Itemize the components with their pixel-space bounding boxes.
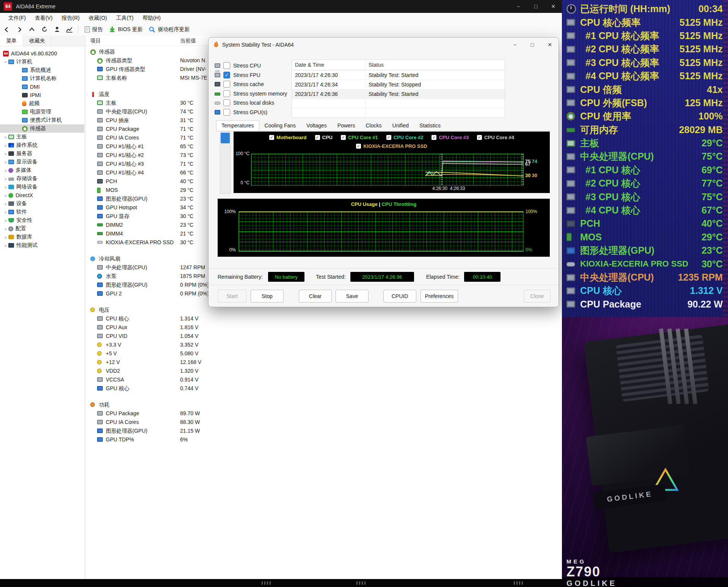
log-col-status[interactable]: Status [366,62,505,68]
tab-Voltages[interactable]: Voltages [301,120,332,131]
tab-Unified[interactable]: Unified [387,120,414,131]
list-item[interactable]: CPU Package89.70 W [86,409,562,418]
expander-icon[interactable]: › [3,218,8,223]
tree-item-电源管理[interactable]: 电源管理 [0,108,84,116]
expander-icon[interactable]: › [3,159,8,165]
save-button[interactable]: Save [336,290,369,303]
tab-Powers[interactable]: Powers [332,120,361,131]
legend-checkbox[interactable]: ✓ [431,135,436,140]
tree-item-软件[interactable]: ›软件 [0,208,84,216]
tab-Temperatures[interactable]: Temperatures [216,120,259,131]
log-col-datetime[interactable]: Date & Time [292,60,366,70]
tree-item-DirectX[interactable]: ›DirectX [0,191,84,199]
cpuid-button[interactable]: CPUID [383,290,416,303]
tree-item-网络设备[interactable]: ›网络设备 [0,183,84,191]
chart-icon[interactable] [64,25,75,35]
tab-Cooling Fans[interactable]: Cooling Fans [259,120,301,131]
stop-button[interactable]: Stop [251,290,284,303]
list-item[interactable]: GPU TDP%6% [86,435,562,444]
menu-item-文件(F)[interactable]: 文件(F) [4,13,30,23]
stress-option-Stress CPU[interactable]: Stress CPU [215,61,290,71]
legend-checkbox[interactable]: ✓ [477,135,482,140]
tree-item-性能测试[interactable]: ›性能测试 [0,241,84,250]
stress-option-Stress system memory[interactable]: Stress system memory [215,89,290,99]
legend-checkbox[interactable]: ✓ [386,135,391,140]
tree-item-安全性[interactable]: ›安全性 [0,216,84,224]
tree-item-IPMI[interactable]: IPMI [0,91,84,99]
graph-scrollbar-thumb[interactable] [221,133,230,143]
log-row[interactable]: 2023/1/17 4:26:30Stability Test: Started [292,70,505,80]
back-icon[interactable] [1,25,13,35]
app-close-button[interactable]: ✕ [544,0,562,13]
log-row[interactable]: 2023/1/17 4:26:34Stability Test: Stopped [292,80,505,89]
tree-item-主板[interactable]: ›主板 [0,133,84,141]
tree-item-computer[interactable]: ›计算机 [0,58,84,66]
list-item[interactable]: VCCSA0.914 V [86,375,562,384]
tree-item-配置[interactable]: ›配置 [0,224,84,233]
expander-icon[interactable]: › [3,209,8,215]
log-row[interactable]: 2023/1/17 4:26:36Stability Test: Started [292,89,505,99]
list-item[interactable]: CPU 核心1.314 V [86,314,562,323]
tab-Statistics[interactable]: Statistics [414,120,446,131]
tree-item-计算机名称[interactable]: 计算机名称 [0,74,84,83]
tree-item-系统概述[interactable]: 系统概述 [0,66,84,74]
clear-button[interactable]: Clear [299,290,332,303]
stress-option-Stress cache[interactable]: Stress cache [215,80,290,89]
checkbox-unchecked[interactable] [223,81,230,88]
preferences-button[interactable]: Preferences [420,290,458,303]
sidebar-tab-收藏夹[interactable]: 收藏夹 [23,36,52,46]
list-item[interactable]: VDD21.320 V [86,367,562,375]
legend-checkbox[interactable]: ✓ [341,135,346,140]
menu-item-帮助(H)[interactable]: 帮助(H) [138,13,165,23]
tree-item-数据库[interactable]: ›数据库 [0,233,84,241]
app-maximize-button[interactable]: □ [527,0,544,13]
expander-icon[interactable]: › [3,143,8,148]
expander-icon[interactable]: › [3,176,8,182]
forward-icon[interactable] [14,25,25,35]
dialog-close-button[interactable]: ✕ [541,38,559,52]
bios-update-button[interactable]: BIOS 更新 [106,26,146,33]
column-item[interactable]: 项目 [90,38,101,44]
expander-icon[interactable]: › [3,134,8,140]
expander-icon[interactable]: › [3,184,8,190]
list-item[interactable]: 图形处理器(GPU)21.15 W [86,427,562,435]
dialog-minimize-button[interactable]: − [506,38,524,52]
list-item[interactable]: +5 V5.080 V [86,349,562,358]
stress-option-Stress local disks[interactable]: Stress local disks [215,98,290,108]
graph-scrollbar[interactable] [220,132,231,194]
stress-option-Stress GPU(s)[interactable]: Stress GPU(s) [215,108,290,117]
tree-item-显示设备[interactable]: ›显示设备 [0,158,84,166]
tree-item-操作系统[interactable]: ›操作系统 [0,141,84,149]
checkbox-checked[interactable]: ✓ [223,72,230,78]
checkbox-unchecked[interactable] [223,99,230,106]
app-minimize-button[interactable]: − [510,0,527,13]
list-item[interactable]: +12 V12.168 V [86,358,562,367]
expander-icon[interactable]: › [3,59,9,64]
checkbox-unchecked[interactable] [223,90,230,97]
menu-item-收藏(O)[interactable]: 收藏(O) [84,13,111,23]
tab-Clocks[interactable]: Clocks [361,120,387,131]
tree-item-服务器[interactable]: ›服务器 [0,149,84,158]
list-item[interactable]: CPU Aux1.816 V [86,323,562,332]
tree-item-超频[interactable]: 超频 [0,99,84,108]
stress-option-Stress FPU[interactable]: ✓Stress FPU [215,71,290,80]
expander-icon[interactable]: › [3,226,8,232]
list-item[interactable]: CPU VID1.054 V [86,332,562,341]
column-value[interactable]: 当前值 [180,38,196,44]
list-item[interactable]: GPU 核心0.744 V [86,384,562,393]
menu-item-查看(V)[interactable]: 查看(V) [30,13,57,23]
legend-checkbox[interactable]: ✓ [356,144,361,149]
tree-item-便携式计算机[interactable]: 便携式计算机 [0,116,84,124]
checkbox-unchecked[interactable] [223,62,230,69]
refresh-icon[interactable] [39,25,50,35]
tree-item-设备[interactable]: ›设备 [0,199,84,208]
user-icon[interactable] [51,25,63,35]
menu-item-工具(T)[interactable]: 工具(T) [111,13,138,23]
expander-icon[interactable]: › [3,151,8,157]
sidebar-tab-菜单[interactable]: 菜单 [0,36,23,46]
tree-item-root[interactable]: 64AIDA64 v6.80.6200 [0,49,84,58]
report-button[interactable]: 报告 [82,26,106,33]
tree-item-多媒体[interactable]: ›多媒体 [0,166,84,174]
expander-icon[interactable]: › [3,168,8,173]
expander-icon[interactable]: › [3,201,8,207]
